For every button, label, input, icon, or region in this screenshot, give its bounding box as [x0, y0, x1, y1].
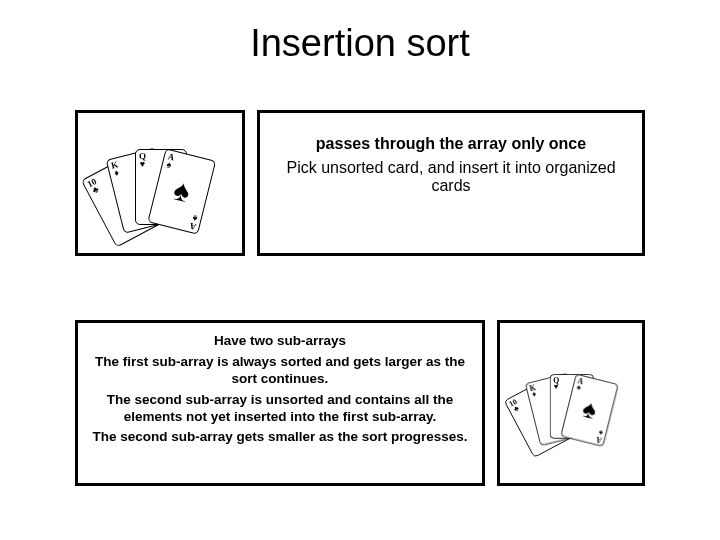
card-fan-icon: 10♣ 10♣ K♦ K♦ Q♥ Q♥ A♠ ♠ A♠ — [95, 123, 225, 243]
second-subarray-text: The second sub-array is unsorted and con… — [92, 392, 468, 426]
first-subarray-text: The first sub-array is always sorted and… — [92, 354, 468, 388]
page-title: Insertion sort — [0, 0, 720, 65]
row-bottom: Have two sub-arrays The first sub-array … — [75, 320, 645, 486]
description-box-2: Have two sub-arrays The first sub-array … — [75, 320, 485, 486]
card-fan-icon: 10♣ 10♣ K♦ K♦ Q♥ Q♥ A♠ ♠ A♠ — [516, 352, 627, 454]
card-illustration-box-1: 10♣ 10♣ K♦ K♦ Q♥ Q♥ A♠ ♠ A♠ — [75, 110, 245, 256]
pick-insert-text: Pick unsorted card, and insert it into o… — [278, 159, 624, 196]
second-subarray-shrink-text: The second sub-array gets smaller as the… — [92, 429, 468, 446]
card-illustration-box-2: 10♣ 10♣ K♦ K♦ Q♥ Q♥ A♠ ♠ A♠ — [497, 320, 645, 486]
pass-once-text: passes through the array only once — [278, 135, 624, 153]
row-top: 10♣ 10♣ K♦ K♦ Q♥ Q♥ A♠ ♠ A♠ passes throu… — [75, 110, 645, 256]
description-box-1: passes through the array only once Pick … — [257, 110, 645, 256]
subarrays-heading: Have two sub-arrays — [92, 333, 468, 350]
